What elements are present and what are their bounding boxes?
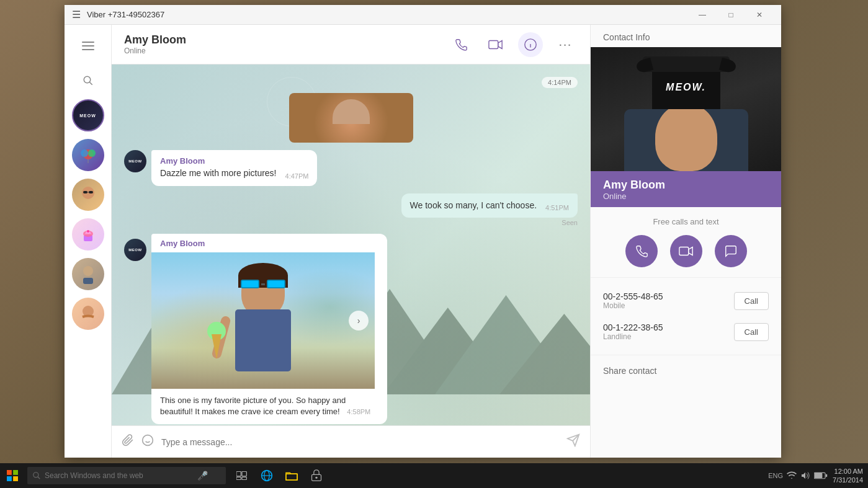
photo-caption-text: This one is my favorite picture of you. … bbox=[160, 396, 346, 416]
contact-avatar-6[interactable] bbox=[72, 298, 104, 330]
video-call-button[interactable] bbox=[483, 32, 508, 57]
svg-rect-52 bbox=[826, 474, 827, 477]
msg-sender-1: Amy Bloom bbox=[160, 156, 308, 166]
mic-icon: 🎤 bbox=[197, 471, 208, 481]
svg-rect-35 bbox=[13, 470, 18, 475]
hamburger-line bbox=[82, 45, 94, 47]
message-row-1: MEOW Amy Bloom Dazzle me with more pictu… bbox=[124, 150, 578, 186]
share-contact-button[interactable]: Share contact bbox=[603, 366, 656, 376]
search-button[interactable] bbox=[77, 69, 99, 92]
chat-contact-status: Online bbox=[124, 47, 449, 55]
battery-icon bbox=[814, 472, 828, 479]
date-display: 7/31/2014 bbox=[833, 476, 863, 484]
svg-rect-34 bbox=[7, 470, 12, 475]
svg-rect-43 bbox=[242, 477, 246, 479]
photo-message-header: Amy Bloom bbox=[151, 234, 387, 252]
emoji-button[interactable] bbox=[141, 434, 154, 450]
svg-rect-33 bbox=[679, 247, 688, 255]
svg-point-28 bbox=[143, 435, 153, 446]
contact-avatar-5[interactable] bbox=[72, 258, 104, 290]
language-indicator: ENG bbox=[768, 472, 783, 479]
free-calls-title: Free calls and text bbox=[603, 217, 769, 226]
svg-rect-36 bbox=[7, 476, 12, 481]
title-bar: ☰ Viber +731-49502367 — □ ✕ bbox=[65, 5, 781, 25]
panel-contact-status: Online bbox=[603, 192, 769, 201]
message-row-2: We took so many, I can't choose. 4:51PM … bbox=[124, 193, 578, 227]
svg-rect-51 bbox=[815, 473, 823, 478]
info-button[interactable] bbox=[518, 32, 543, 57]
chat-messages[interactable]: 4:14PM MEOW Amy Bloom bbox=[112, 64, 590, 425]
msg-text-1: Dazzle me with more pictures! bbox=[160, 167, 277, 180]
viber-window: ☰ Viber +731-49502367 — □ ✕ MEOW bbox=[65, 5, 781, 458]
minimize-button[interactable]: — bbox=[688, 5, 717, 25]
contact-list-sidebar: MEOW bbox=[65, 25, 112, 458]
contact-avatar-4[interactable] bbox=[72, 218, 104, 251]
taskbar-right: ENG 12:00 AM 7/31/2014 bbox=[768, 467, 868, 485]
msg-avatar-amy: MEOW bbox=[124, 150, 146, 172]
contact-avatar-2[interactable] bbox=[72, 139, 104, 171]
incoming-bubble-1: Amy Bloom Dazzle me with more pictures! … bbox=[151, 150, 317, 186]
msg-text-2: We took so many, I can't choose. bbox=[410, 200, 537, 212]
phone-numbers-section: 00-2-555-48-65 Mobile Call 00-1-222-38-6… bbox=[591, 278, 781, 355]
svg-rect-37 bbox=[13, 476, 18, 481]
landline-number: 00-1-222-38-65 bbox=[603, 322, 734, 332]
voice-call-button[interactable] bbox=[449, 32, 473, 57]
svg-point-13 bbox=[83, 266, 93, 276]
volume-icon bbox=[800, 471, 810, 480]
top-partial-image bbox=[124, 93, 578, 143]
app-body: MEOW bbox=[65, 25, 781, 458]
time-display: 12:00 AM bbox=[833, 467, 863, 476]
chat-contact-info: Amy Bloom Online bbox=[124, 33, 449, 55]
window-controls: — □ ✕ bbox=[688, 5, 774, 25]
panel-video-call-button[interactable] bbox=[670, 235, 702, 267]
call-landline-button[interactable]: Call bbox=[734, 323, 769, 341]
file-explorer-button[interactable] bbox=[280, 464, 303, 487]
message-input[interactable] bbox=[161, 437, 559, 447]
photo-message-bubble: Amy Bloom bbox=[151, 234, 387, 424]
chat-container: Amy Bloom Online bbox=[112, 25, 590, 458]
call-mobile-button[interactable]: Call bbox=[734, 292, 769, 310]
landline-number-info: 00-1-222-38-65 Landline bbox=[603, 322, 734, 341]
system-tray-icons: ENG bbox=[768, 471, 828, 480]
svg-rect-7 bbox=[83, 191, 87, 193]
share-contact-section: Share contact bbox=[591, 355, 781, 386]
attach-button[interactable] bbox=[122, 434, 134, 450]
close-button[interactable]: ✕ bbox=[745, 5, 774, 25]
hamburger-line bbox=[82, 42, 94, 43]
task-view-button[interactable] bbox=[231, 464, 253, 487]
ie-button[interactable] bbox=[256, 464, 278, 487]
svg-point-38 bbox=[34, 472, 38, 477]
svg-point-0 bbox=[84, 76, 91, 83]
more-options-button[interactable]: ··· bbox=[553, 32, 578, 57]
menu-icon[interactable]: ☰ bbox=[72, 9, 81, 20]
panel-message-button[interactable] bbox=[715, 235, 747, 267]
contact-profile-image: MEOW. bbox=[591, 47, 781, 171]
svg-rect-14 bbox=[83, 278, 93, 284]
contact-name-bar: Amy Bloom Online bbox=[591, 171, 781, 207]
maximize-button[interactable]: □ bbox=[717, 5, 745, 25]
sidebar-menu-button[interactable] bbox=[77, 35, 99, 57]
photo-forward-button[interactable]: › bbox=[349, 311, 369, 331]
contact-avatar-3[interactable] bbox=[72, 179, 104, 211]
start-button[interactable] bbox=[0, 463, 25, 488]
free-calls-actions bbox=[603, 235, 769, 267]
taskbar-search-input[interactable] bbox=[45, 471, 194, 480]
svg-line-39 bbox=[38, 477, 40, 479]
landline-type: Landline bbox=[603, 332, 734, 341]
store-button[interactable] bbox=[305, 464, 328, 487]
svg-rect-41 bbox=[242, 471, 246, 476]
send-button[interactable] bbox=[566, 433, 580, 450]
taskbar-search[interactable]: 🎤 bbox=[27, 467, 226, 484]
svg-rect-47 bbox=[286, 474, 297, 480]
svg-line-1 bbox=[89, 82, 92, 85]
contact-avatar-amy[interactable]: MEOW bbox=[72, 99, 104, 131]
chat-input-area bbox=[112, 425, 590, 458]
msg-avatar-amy-photo: MEOW bbox=[124, 239, 146, 261]
panel-voice-call-button[interactable] bbox=[625, 235, 658, 267]
window-title: Viber +731-49502367 bbox=[87, 10, 164, 19]
taskbar-apps bbox=[231, 464, 328, 487]
photo-image: › bbox=[151, 252, 375, 389]
msg-seen-indicator: Seen bbox=[401, 219, 578, 226]
mobile-number: 00-2-555-48-65 bbox=[603, 291, 734, 301]
panel-contact-name: Amy Bloom bbox=[603, 179, 769, 192]
